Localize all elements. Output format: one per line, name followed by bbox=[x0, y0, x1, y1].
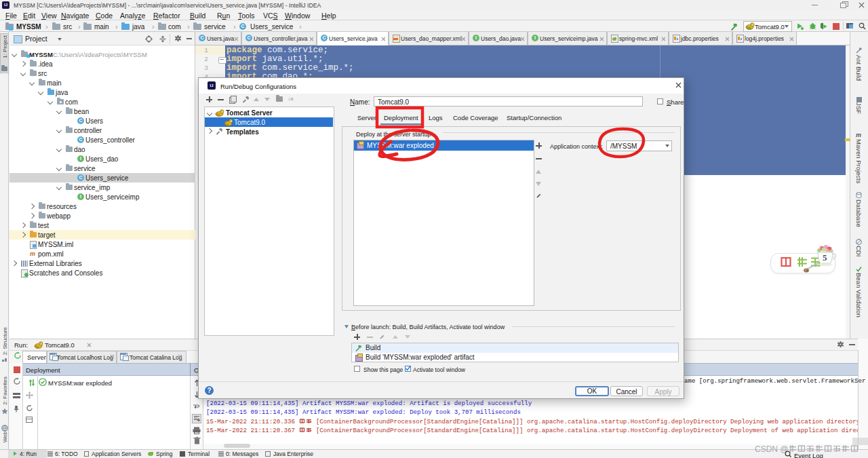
svg-text:5: 5 bbox=[823, 252, 827, 263]
